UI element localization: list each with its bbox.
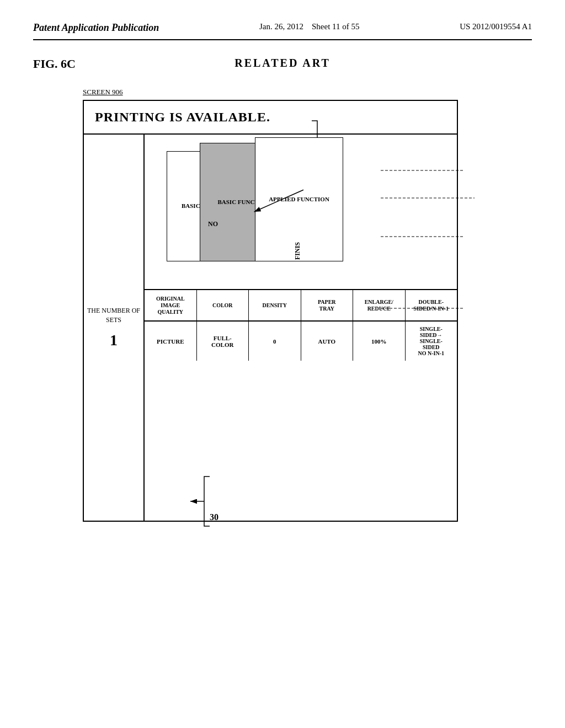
sets-value: 1 [110,331,118,349]
grid-header-row: ORIGINALIMAGEQUALITY COLOR DENSITY PAPER… [145,290,457,322]
page: Patent Application Publication Jan. 26, … [0,0,565,728]
related-art-label: RELATED ART [234,57,331,69]
no-label: NO [208,220,218,228]
finis-label: FINIS [294,242,302,260]
value-cell-density-0: 0 [249,322,301,361]
header-cell-density: DENSITY [249,290,301,320]
inner-area: THE NUMBER OF SETS 1 BASIC FUNCTION_1 BA… [84,135,457,521]
value-cell-auto: AUTO [301,322,354,361]
printing-available-text: PRINTING IS AVAILABLE. [84,101,457,135]
header-cell-enlarge: ENLARGE/REDUCE [353,290,406,320]
sets-column: THE NUMBER OF SETS 1 [84,135,145,521]
header-cell-color: COLOR [197,290,249,320]
right-content: BASIC FUNCTION_1 BASIC FUNCTION APPLIED … [145,135,457,521]
header-cell-double-sided: DOUBLE-SIDED/N-IN-1 [406,290,457,320]
screen-label: SCREEN 906 [83,88,123,97]
annotation-30: 30 [210,512,218,522]
header: Patent Application Publication Jan. 26, … [33,22,532,40]
header-cell-paper-tray: PAPERTRAY [301,290,354,320]
tabs-area: BASIC FUNCTION_1 BASIC FUNCTION APPLIED … [145,135,457,289]
value-cell-100: 100% [353,322,406,361]
header-cell-oiq: ORIGINALIMAGEQUALITY [145,290,197,320]
header-publication: Patent Application Publication [33,22,159,34]
grid-section: ORIGINALIMAGEQUALITY COLOR DENSITY PAPER… [145,289,457,361]
value-cell-picture: PICTURE [145,322,197,361]
header-patent-number: US 2012/0019554 A1 [460,22,532,31]
value-cell-single-sided: SINGLE-SIDED→SINGLE-SIDEDNO N-IN-1 [406,322,457,361]
sets-label: THE NUMBER OF SETS [87,306,141,325]
grid-value-row: PICTURE FULL-COLOR 0 AUTO 100% SINGLE-SI… [145,322,457,361]
screen-box: PRINTING IS AVAILABLE. THE NUMBER OF SET… [83,100,458,522]
value-cell-full-color: FULL-COLOR [197,322,249,361]
header-date-sheet: Jan. 26, 2012 Sheet 11 of 55 [259,22,360,31]
